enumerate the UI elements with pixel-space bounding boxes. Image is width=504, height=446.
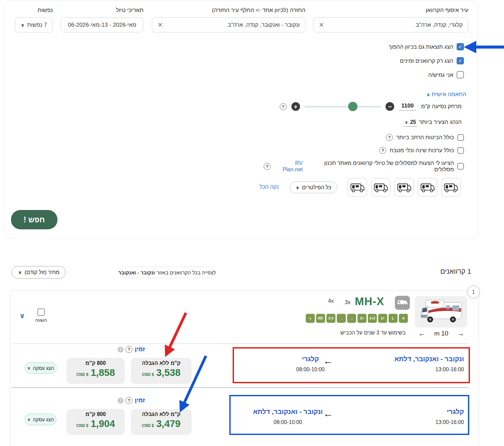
plus-icon[interactable]: + — [291, 102, 300, 111]
rvplan-checkbox[interactable] — [457, 163, 464, 170]
checkbox-row-rvplan: הציעו לי הצעות למסלולים של טיולי קרוואני… — [264, 160, 464, 173]
persons-label: נפשות — [15, 7, 53, 14]
pax-large-count: 4x — [328, 298, 334, 304]
checkbox-row-reverse-direction: ✓ הצג תוצאות גם בכיוון ההפוך — [347, 43, 464, 50]
rv-type-campervan-icon[interactable] — [348, 178, 367, 197]
rv-type-integrated-icon[interactable] — [418, 178, 437, 197]
currency-label: CND $ — [142, 423, 154, 428]
limited-km-price-box[interactable]: 800 ק"מ CND $ 1,904 — [66, 409, 125, 435]
rv-type-semi-integrated-icon[interactable] — [395, 178, 414, 197]
amenity-length-icon: L — [389, 314, 398, 323]
arrow-right-icon[interactable]: → — [457, 329, 464, 338]
rvplan-label: הציעו לי הצעות למסלולים של טיולי קרוואני… — [306, 160, 454, 173]
distance-slider-track[interactable] — [305, 106, 381, 107]
all-filters-label: כל הפילטרים — [302, 185, 331, 191]
rvplan-link[interactable]: RV Plan.net — [274, 160, 303, 173]
availability-help-icon[interactable]: ? — [125, 346, 133, 353]
from-city-link[interactable]: קלגרי — [347, 408, 464, 416]
to-time: 08:00-10:00 — [289, 367, 332, 373]
availability-help-icon[interactable]: ? — [125, 397, 133, 404]
rv-photo[interactable] — [415, 296, 467, 327]
availability-alert-icon: ! — [117, 347, 123, 353]
show-deal-button[interactable]: הצג עסקה ∨ — [25, 414, 56, 425]
availability-status: זמין — [135, 397, 145, 404]
results-count-title: 1 קרוואנים — [371, 267, 471, 275]
amenity-icons-row: ∿ WC 0-3 → ↔ 2+ 2+2 1+ L A — [306, 314, 408, 323]
youngest-driver-value: 25 — [410, 119, 416, 125]
show-deal-button[interactable]: הצג עסקה ∨ — [25, 362, 56, 374]
to-city-link[interactable]: קלגרי — [289, 355, 332, 363]
personalization-label[interactable]: התאמה אישית — [432, 91, 466, 97]
amenity-seats-2plus2-icon: 2+2 — [368, 314, 377, 323]
limited-km-price: 1,904 — [91, 418, 115, 429]
chevron-down-icon: ∨ — [18, 270, 22, 275]
view-all-area-button[interactable]: לצפייה בכל הקרוואנים באזור ונקובר - ואנק… — [119, 267, 215, 278]
distance-slider-row: מרחק נסיעה ק"מ 1100 − + ? — [280, 102, 462, 111]
chevron-down-icon: ∨ — [296, 185, 299, 190]
arrow-left-icon[interactable]: ← — [418, 329, 426, 338]
amenity-width-icon: ↔ — [347, 314, 356, 323]
dropoff-city-value: ונקובר - ואנקובר, קנדה, ארה"ב — [228, 22, 300, 28]
chevron-up-icon[interactable]: ∧ — [426, 92, 430, 97]
amenity-wc-icon: WC — [316, 314, 325, 323]
view-all-prefix: לצפייה בכל הקרוואנים באזור — [157, 270, 216, 275]
all-filters-button[interactable]: כל הפילטרים ∨ — [290, 182, 337, 193]
search-button[interactable]: חפש ! — [11, 210, 57, 229]
rv-type-popup-icon[interactable] — [371, 178, 391, 197]
clear-dropoff-icon[interactable]: ✕ — [158, 21, 163, 29]
trip-dates-input[interactable]: 06-מאי-2026 - 13-מאי-2026 — [61, 17, 144, 32]
rvplan-help-icon[interactable]: ? — [264, 163, 271, 170]
rv-search-page: { "colors": { "accent_blue": "#3a7bc8", … — [0, 0, 504, 446]
rv-type-alcove-icon[interactable] — [441, 178, 461, 197]
personalization-toggle[interactable]: התאמה אישית ∧ — [400, 91, 466, 98]
distance-value[interactable]: 1100 — [399, 102, 416, 110]
pickup-city-input[interactable]: קלגרי, קנדה, ארה"ב ✕ — [313, 17, 468, 32]
distance-help-icon[interactable]: ? — [280, 103, 287, 110]
sort-dropdown[interactable]: מחיר (זול קודם) ∨ — [12, 266, 66, 279]
unlimited-km-price-box[interactable]: ק"מ ללא הגבלה CND $ 3,538 — [131, 358, 192, 384]
row-divider — [12, 387, 469, 388]
chevron-down-icon[interactable]: ∨ — [19, 312, 25, 320]
dropoff-city-input[interactable]: ונקובר - ואנקובר, קנדה, ארה"ב ✕ — [152, 17, 305, 32]
pickup-city-value: קלגרי, קנדה, ארה"ב — [416, 22, 463, 28]
reverse-direction-checkbox[interactable]: ✓ — [457, 43, 464, 50]
checkbox-row-available-only: ✓ הצג רק קרוואנים זמינים — [347, 57, 464, 64]
checkbox-row-insurance: כולל הביטוח הרחב ביותר ? — [347, 134, 464, 141]
flexible-label: אני גמיש/ה — [428, 72, 453, 78]
persons-select[interactable]: 7 נפשות ∨ — [15, 17, 53, 32]
distance-slider-handle[interactable] — [348, 102, 357, 111]
length-navigation: → 10 m ← — [418, 329, 464, 338]
trip-dates-value: 06-מאי-2026 - 13-מאי-2026 — [68, 22, 137, 28]
from-city-link[interactable]: ונקובר - ואנקובר, דלתא — [347, 355, 464, 363]
pax-large-group: 4x — [323, 298, 334, 304]
unlimited-km-price: 3,538 — [156, 367, 181, 378]
from-time: 13:00-16:00 — [347, 419, 464, 425]
available-only-checkbox[interactable]: ✓ — [457, 57, 464, 64]
rv-class-icon — [395, 296, 410, 310]
unlimited-km-label: ק"מ ללא הגבלה — [131, 360, 192, 366]
pickup-city-label: עיר איסוף הקרוואן — [313, 7, 468, 14]
kits-checkbox[interactable] — [457, 147, 464, 154]
kits-label: כולל ערכות שינה וכלי מטבח — [390, 147, 454, 154]
from-time: 13:00-16:00 — [347, 367, 464, 373]
clear-pickup-icon[interactable]: ✕ — [319, 21, 324, 29]
clear-all-link[interactable]: נקה הכל — [260, 184, 279, 190]
insurance-help-icon[interactable]: ? — [386, 134, 393, 141]
amenity-extra-person-icon: 1+ — [378, 314, 387, 323]
available-only-label: הצג רק קרוואנים זמינים — [400, 58, 453, 64]
minus-icon[interactable]: − — [386, 102, 394, 111]
kits-help-icon[interactable]: ? — [379, 147, 386, 154]
compare-checkbox[interactable] — [37, 308, 45, 316]
card-divider — [13, 344, 469, 344]
insurance-checkbox[interactable] — [457, 134, 464, 141]
amenity-shower-icon: ∿ — [306, 314, 315, 323]
chevron-down-icon: ∨ — [27, 366, 31, 371]
flexible-checkbox[interactable] — [457, 71, 464, 78]
to-city-link[interactable]: ונקובר - ואנקובר, דלתא — [249, 408, 327, 416]
unlimited-km-price-box[interactable]: ק"מ ללא הגבלה CND $ 3,479 — [131, 409, 192, 435]
result-index-badge: 1 — [467, 285, 480, 298]
insurance-label: כולל הביטוח הרחב ביותר — [396, 134, 454, 141]
limited-km-price-box[interactable]: 800 ק"מ CND $ 1,858 — [66, 358, 125, 384]
youngest-driver-select[interactable]: 25 ∨ — [403, 119, 417, 127]
checkbox-row-flexible: אני גמיש/ה — [347, 71, 464, 78]
